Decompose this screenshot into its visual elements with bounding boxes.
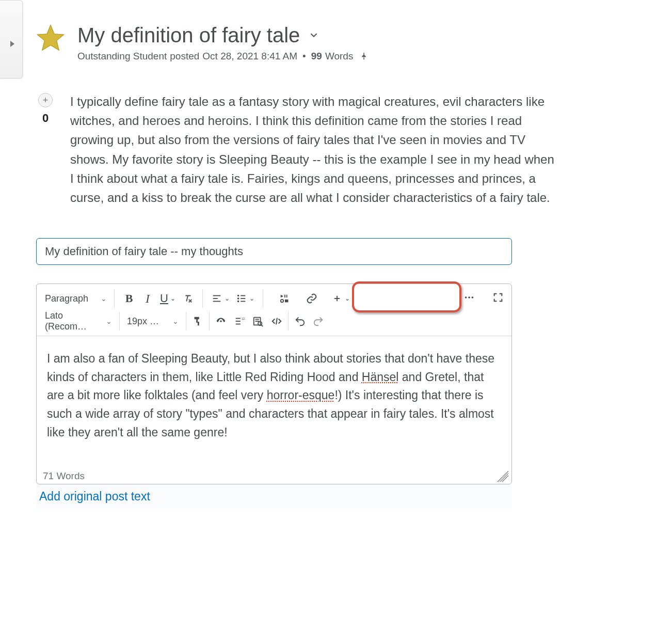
font-family-select[interactable]: Lato (Recom…⌄ bbox=[40, 312, 117, 331]
svg-marker-10 bbox=[281, 295, 284, 298]
resize-handle[interactable] bbox=[497, 470, 508, 482]
post-meta: Outstanding Student posted Oct 28, 2021 … bbox=[77, 51, 369, 62]
svg-point-29 bbox=[468, 296, 470, 298]
editor-toolbar: Paragraph⌄ B I U⌄ bbox=[37, 284, 511, 336]
svg-point-17 bbox=[220, 320, 222, 322]
rich-text-editor: Paragraph⌄ B I U⌄ bbox=[36, 284, 512, 484]
accessibility-check-button[interactable] bbox=[212, 312, 230, 331]
clear-formatting-button[interactable] bbox=[179, 289, 197, 308]
line-height-button[interactable]: 123 bbox=[230, 312, 249, 331]
author-avatar bbox=[36, 24, 65, 53]
fullscreen-button[interactable] bbox=[489, 288, 507, 307]
preview-button[interactable] bbox=[249, 312, 267, 331]
editor-textarea[interactable]: I am also a fan of Sleeping Beauty, but … bbox=[37, 336, 511, 470]
post-author: Outstanding Student bbox=[77, 51, 167, 62]
svg-text:123: 123 bbox=[242, 317, 245, 320]
svg-point-28 bbox=[465, 296, 467, 298]
block-format-select[interactable]: Paragraph⌄ bbox=[40, 289, 112, 308]
svg-line-26 bbox=[261, 325, 263, 326]
align-button[interactable]: ⌄ bbox=[208, 289, 233, 308]
underline-button[interactable]: U⌄ bbox=[157, 289, 179, 308]
bold-button[interactable]: B bbox=[120, 289, 138, 308]
svg-rect-12 bbox=[286, 295, 287, 298]
svg-rect-14 bbox=[285, 300, 288, 303]
post-timestamp: Oct 28, 2021 8:41 AM bbox=[202, 51, 297, 62]
reply-subject-input[interactable] bbox=[36, 238, 512, 265]
source-code-button[interactable] bbox=[267, 312, 286, 331]
svg-point-5 bbox=[238, 298, 239, 299]
upvote-button[interactable]: + bbox=[38, 93, 53, 107]
italic-button[interactable]: I bbox=[138, 289, 157, 308]
add-original-post-link[interactable]: Add original post text bbox=[36, 484, 512, 509]
redo-button[interactable] bbox=[309, 312, 328, 331]
svg-point-6 bbox=[238, 301, 239, 302]
svg-line-27 bbox=[276, 318, 277, 325]
post-word-count: 99 bbox=[311, 51, 322, 62]
post-body-text: I typically define fairy tale as a fanta… bbox=[70, 92, 651, 207]
more-actions-button[interactable] bbox=[460, 288, 478, 307]
editor-word-count: 71 Words bbox=[43, 470, 85, 482]
svg-point-4 bbox=[238, 295, 239, 296]
list-button[interactable]: ⌄ bbox=[233, 289, 258, 308]
vote-count: 0 bbox=[42, 112, 49, 125]
post-actions-dropdown[interactable] bbox=[308, 29, 319, 41]
pin-icon bbox=[359, 52, 369, 61]
insert-link-button[interactable] bbox=[302, 289, 321, 308]
insert-media-button[interactable] bbox=[276, 289, 294, 308]
undo-button[interactable] bbox=[291, 312, 309, 331]
svg-rect-11 bbox=[284, 295, 285, 298]
format-painter-button[interactable] bbox=[188, 312, 207, 331]
insert-more-button[interactable]: ⌄ bbox=[329, 289, 353, 308]
svg-marker-0 bbox=[37, 25, 63, 50]
post-title: My definition of fairy tale bbox=[77, 24, 300, 46]
post-header: My definition of fairy tale Outstanding … bbox=[36, 24, 651, 62]
svg-point-13 bbox=[281, 300, 284, 303]
font-size-select[interactable]: 19px …⌄ bbox=[122, 312, 184, 331]
svg-point-30 bbox=[472, 296, 474, 298]
